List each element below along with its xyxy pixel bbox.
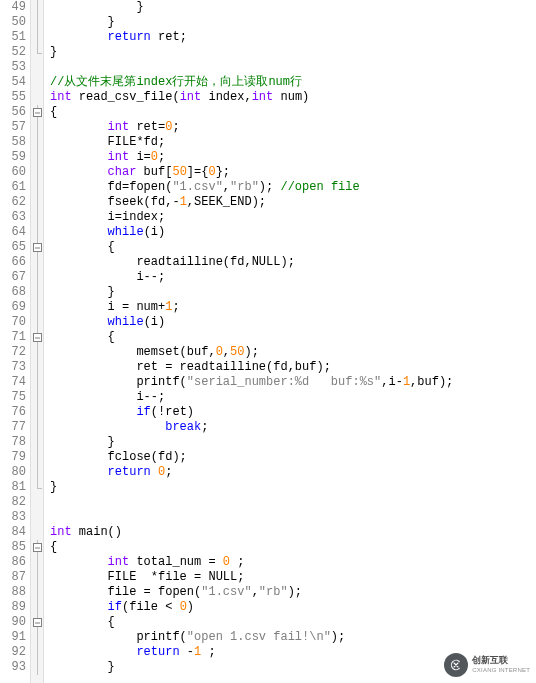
code-line: ret = readtailline(fd,buf); <box>50 360 536 375</box>
code-line: } <box>50 15 536 30</box>
line-number: 80 <box>0 465 26 480</box>
code-line: int main() <box>50 525 536 540</box>
code-editor: 4950515253545556575859606162636465666768… <box>0 0 536 683</box>
code-line: while(i) <box>50 225 536 240</box>
fold-guide <box>31 345 43 360</box>
line-number: 58 <box>0 135 26 150</box>
line-number: 73 <box>0 360 26 375</box>
line-number: 57 <box>0 120 26 135</box>
fold-guide <box>31 555 43 570</box>
line-number: 53 <box>0 60 26 75</box>
fold-guide <box>31 150 43 165</box>
fold-blank <box>31 60 43 75</box>
fold-guide <box>31 600 43 615</box>
code-line: } <box>50 435 536 450</box>
line-number: 84 <box>0 525 26 540</box>
line-number: 68 <box>0 285 26 300</box>
code-line <box>50 510 536 525</box>
code-line: i = num+1; <box>50 300 536 315</box>
code-line: i=index; <box>50 210 536 225</box>
code-line: } <box>50 0 536 15</box>
code-line: int ret=0; <box>50 120 536 135</box>
fold-guide <box>31 435 43 450</box>
code-line: memset(buf,0,50); <box>50 345 536 360</box>
line-number: 70 <box>0 315 26 330</box>
fold-gutter <box>30 0 44 683</box>
code-line: fclose(fd); <box>50 450 536 465</box>
fold-toggle-icon[interactable] <box>31 105 43 120</box>
fold-blank <box>31 495 43 510</box>
code-line: int read_csv_file(int index,int num) <box>50 90 536 105</box>
line-number: 49 <box>0 0 26 15</box>
fold-guide <box>31 195 43 210</box>
fold-guide <box>31 0 43 15</box>
line-number: 81 <box>0 480 26 495</box>
line-number: 50 <box>0 15 26 30</box>
code-line: fd=fopen("1.csv","rb"); //open file <box>50 180 536 195</box>
line-number: 76 <box>0 405 26 420</box>
fold-guide <box>31 135 43 150</box>
fold-end <box>31 45 43 60</box>
code-line: while(i) <box>50 315 536 330</box>
code-line: FILE*fd; <box>50 135 536 150</box>
line-number: 55 <box>0 90 26 105</box>
code-line: return ret; <box>50 30 536 45</box>
fold-guide <box>31 270 43 285</box>
line-number: 54 <box>0 75 26 90</box>
fold-blank <box>31 525 43 540</box>
fold-guide <box>31 225 43 240</box>
line-number: 56 <box>0 105 26 120</box>
code-line: return 0; <box>50 465 536 480</box>
line-number: 83 <box>0 510 26 525</box>
line-number: 79 <box>0 450 26 465</box>
fold-guide <box>31 405 43 420</box>
code-line: printf("serial_number:%d buf:%s",i-1,buf… <box>50 375 536 390</box>
fold-guide <box>31 630 43 645</box>
fold-end <box>31 480 43 495</box>
fold-toggle-icon[interactable] <box>31 330 43 345</box>
fold-toggle-icon[interactable] <box>31 540 43 555</box>
line-number: 66 <box>0 255 26 270</box>
code-line: } <box>50 285 536 300</box>
code-line: i--; <box>50 270 536 285</box>
line-number: 92 <box>0 645 26 660</box>
line-number: 93 <box>0 660 26 675</box>
code-line: if(!ret) <box>50 405 536 420</box>
fold-guide <box>31 15 43 30</box>
line-number: 62 <box>0 195 26 210</box>
line-number: 86 <box>0 555 26 570</box>
code-line: printf("open 1.csv fail!\n"); <box>50 630 536 645</box>
fold-guide <box>31 165 43 180</box>
fold-toggle-icon[interactable] <box>31 240 43 255</box>
line-number: 64 <box>0 225 26 240</box>
code-line: char buf[50]={0}; <box>50 165 536 180</box>
watermark-text: 创新互联 CXIANG INTERNET <box>472 655 530 675</box>
line-number: 65 <box>0 240 26 255</box>
line-number: 82 <box>0 495 26 510</box>
code-line <box>50 60 536 75</box>
code-area: } } return ret;}//从文件末尾第index行开始，向上读取num… <box>44 0 536 683</box>
line-number: 75 <box>0 390 26 405</box>
line-number: 72 <box>0 345 26 360</box>
code-line: FILE *file = NULL; <box>50 570 536 585</box>
code-line: { <box>50 240 536 255</box>
code-line: if(file < 0) <box>50 600 536 615</box>
code-line: { <box>50 105 536 120</box>
code-line: readtailline(fd,NULL); <box>50 255 536 270</box>
watermark: 创新互联 CXIANG INTERNET <box>444 653 530 677</box>
line-number: 91 <box>0 630 26 645</box>
code-line: int i=0; <box>50 150 536 165</box>
line-number: 88 <box>0 585 26 600</box>
fold-guide <box>31 585 43 600</box>
code-line: int total_num = 0 ; <box>50 555 536 570</box>
line-number: 59 <box>0 150 26 165</box>
fold-guide <box>31 315 43 330</box>
fold-guide <box>31 570 43 585</box>
line-number: 51 <box>0 30 26 45</box>
fold-toggle-icon[interactable] <box>31 615 43 630</box>
line-number: 85 <box>0 540 26 555</box>
line-number: 87 <box>0 570 26 585</box>
code-line: file = fopen("1.csv","rb"); <box>50 585 536 600</box>
code-line: //从文件末尾第index行开始，向上读取num行 <box>50 75 536 90</box>
fold-blank <box>31 75 43 90</box>
